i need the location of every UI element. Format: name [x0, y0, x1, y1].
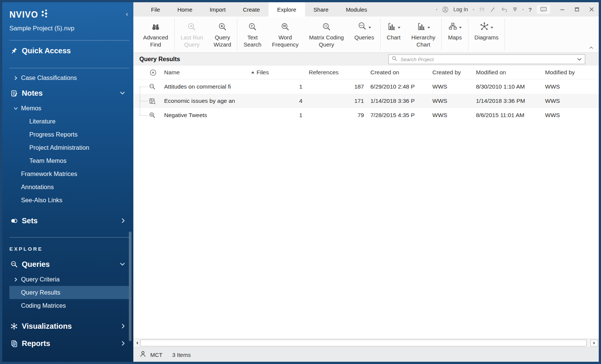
table-header-row: Name Files References Created on Created…	[133, 66, 599, 80]
column-header-name[interactable]: Name	[164, 69, 250, 76]
sidebar-item-team-memos[interactable]: Team Memos	[9, 154, 129, 167]
cell-created-by: WWS	[430, 98, 474, 104]
dropdown-caret-icon	[397, 24, 401, 30]
separator-dot	[436, 9, 437, 10]
last-run-query-icon	[187, 20, 197, 34]
diagrams-button[interactable]: Diagrams	[469, 17, 504, 53]
table-row[interactable]: Economic issues by age an 4 171 1/14/201…	[133, 94, 599, 108]
sidebar-item-notes[interactable]: Notes	[9, 84, 129, 102]
menu-file[interactable]: File	[142, 2, 169, 17]
column-header-modified-by[interactable]: Modified by	[543, 69, 599, 76]
ribbon-label: Find	[150, 41, 161, 48]
matrix-coding-query-icon	[322, 20, 332, 34]
cell-modified-on: 1/14/2018 3:36 PM	[474, 98, 543, 104]
scrollbar-thumb[interactable]	[140, 340, 587, 346]
tree-line	[140, 115, 148, 116]
sidebar-item-label: Query Results	[21, 289, 60, 296]
menu-home[interactable]: Home	[169, 2, 201, 17]
sidebar-item-query-results[interactable]: Query Results	[9, 286, 129, 299]
ribbon-label: Query	[319, 41, 334, 48]
sidebar-item-coding-matrices[interactable]: Coding Matrices	[9, 299, 129, 312]
text-search-button[interactable]: T Text Search	[238, 17, 267, 53]
save-icon[interactable]	[479, 6, 485, 12]
scroll-left-arrow[interactable]	[134, 340, 140, 346]
sidebar-item-case-classifications[interactable]: Case Classifications	[9, 71, 129, 84]
ribbon-label: Text	[247, 34, 258, 41]
customize-toolbar-icon[interactable]	[512, 7, 518, 12]
column-header-references[interactable]: References	[307, 69, 368, 76]
column-header-modified-on[interactable]: Modified on	[474, 69, 543, 76]
column-header-created-by[interactable]: Created by	[430, 69, 474, 76]
project-name: Sample Project (5).nvp	[9, 25, 129, 32]
queries-button[interactable]: Queries	[349, 17, 379, 53]
advanced-find-button[interactable]: Advanced Find	[138, 17, 174, 53]
chart-button[interactable]: Chart	[381, 17, 406, 53]
ribbon-toolbar: Advanced Find Last Run Query	[133, 17, 599, 53]
crosstab-result-icon	[149, 98, 164, 105]
chevron-right-icon	[14, 277, 21, 282]
sidebar-item-reports[interactable]: Reports	[9, 335, 129, 352]
pin-icon	[9, 47, 18, 55]
scroll-right-arrow[interactable]	[590, 340, 598, 346]
chevron-right-icon	[121, 341, 125, 346]
queries-icon	[357, 21, 367, 33]
search-dropdown-caret-icon[interactable]	[577, 56, 582, 63]
sidebar-scrollbar-thumb[interactable]	[129, 232, 131, 341]
word-frequency-button[interactable]: W Word Frequency	[267, 17, 304, 53]
feedback-bubble-icon[interactable]	[537, 5, 550, 14]
query-wizard-button[interactable]: Query Wizard	[208, 17, 237, 53]
sidebar-item-framework-matrices[interactable]: Framework Matrices	[9, 167, 129, 180]
ribbon-label: Query	[215, 34, 230, 41]
ribbon-label: Word	[279, 34, 292, 41]
nvivo-spark-icon	[41, 9, 49, 20]
sort-ascending-icon	[251, 71, 255, 74]
sidebar-item-progress-reports[interactable]: Progress Reports	[9, 128, 129, 141]
sidebar-item-query-criteria[interactable]: Query Criteria	[9, 273, 129, 286]
menu-modules[interactable]: Modules	[337, 2, 376, 17]
sidebar-item-literature[interactable]: Literature	[9, 115, 129, 128]
sidebar-item-project-administration[interactable]: Project Administration	[9, 141, 129, 154]
collapse-ribbon-icon[interactable]	[589, 44, 593, 51]
sidebar-item-memos[interactable]: Memos	[9, 102, 129, 115]
expand-all-icon[interactable]	[149, 69, 157, 76]
quick-access-label: Quick Access	[22, 47, 71, 55]
menu-create[interactable]: Create	[234, 2, 269, 17]
panel-title: Query Results	[139, 56, 180, 63]
minimize-icon[interactable]	[560, 7, 565, 12]
user-icon[interactable]	[442, 6, 448, 13]
sidebar-item-visualizations[interactable]: Visualizations	[9, 317, 129, 335]
chevron-down-icon	[14, 106, 21, 111]
sidebar-item-quick-access[interactable]: Quick Access	[9, 41, 129, 60]
pencil-icon[interactable]	[490, 6, 496, 12]
column-header-files[interactable]: Files	[250, 69, 307, 76]
chevron-down-icon	[120, 91, 125, 95]
cell-modified-by: WWS	[543, 98, 599, 104]
sidebar-item-label: Queries	[22, 260, 50, 269]
sidebar-item-queries[interactable]: Queries	[9, 256, 129, 273]
maps-icon	[448, 21, 458, 33]
sidebar-divider	[9, 40, 130, 41]
cell-files: 1	[250, 112, 307, 119]
matrix-coding-query-button[interactable]: Matrix Coding Query	[304, 17, 349, 53]
last-run-query-button[interactable]: Last Run Query	[175, 17, 208, 53]
sidebar-item-annotations[interactable]: Annotations	[9, 180, 129, 194]
login-button[interactable]: Log In	[453, 6, 468, 12]
ribbon-label: Advanced	[143, 34, 168, 41]
maximize-icon[interactable]	[574, 7, 580, 12]
maps-button[interactable]: Maps	[442, 17, 467, 53]
sidebar-item-sets[interactable]: Sets	[9, 212, 129, 229]
table-row[interactable]: Attitudes on commercial fi 1 187 6/29/20…	[133, 80, 599, 94]
menu-explore[interactable]: Explore	[269, 2, 305, 17]
column-header-created-on[interactable]: Created on	[368, 69, 430, 76]
sidebar-item-see-also-links[interactable]: See-Also Links	[9, 194, 129, 207]
help-icon[interactable]: ?	[529, 6, 532, 13]
menu-share[interactable]: Share	[305, 2, 337, 17]
search-input[interactable]: Search Project	[388, 54, 585, 64]
cell-references: 79	[307, 112, 368, 119]
close-icon[interactable]	[589, 7, 594, 12]
hierarchy-chart-button[interactable]: Hierarchy Chart	[406, 17, 441, 53]
menu-import[interactable]: Import	[201, 2, 234, 17]
undo-icon[interactable]	[501, 7, 507, 12]
table-row[interactable]: Negative Tweets 1 79 7/28/2015 4:35 P WW…	[133, 108, 599, 122]
sidebar-collapse-icon[interactable]: ‹	[126, 11, 128, 17]
